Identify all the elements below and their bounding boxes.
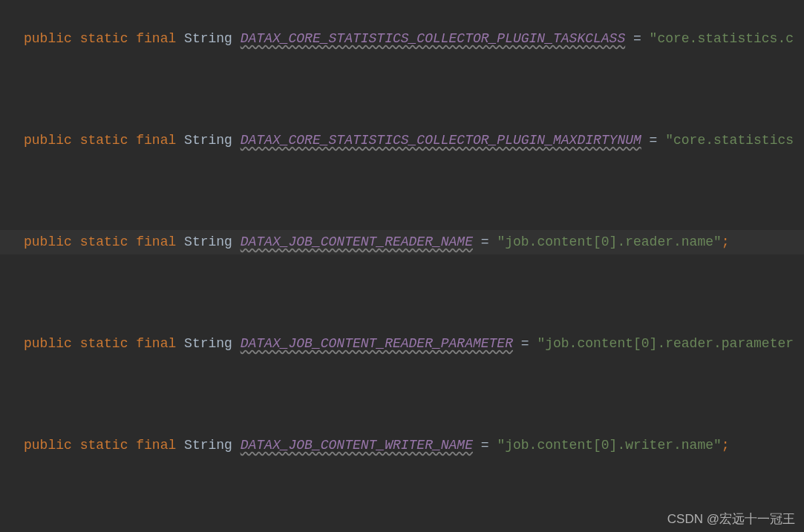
code-line[interactable]: public static final String DATAX_CORE_ST… <box>0 128 804 153</box>
type-string: String <box>184 439 232 452</box>
equals: = <box>641 134 665 147</box>
blank-line[interactable] <box>0 281 804 306</box>
keyword-final: final <box>136 32 176 45</box>
keyword-public: public <box>24 439 72 452</box>
string-value: "job.content[0].reader.name" <box>497 235 721 249</box>
type-string: String <box>184 134 232 147</box>
keyword-final: final <box>136 439 176 452</box>
string-value: "core.statistics <box>665 134 794 147</box>
keyword-public: public <box>24 134 72 147</box>
keyword-static: static <box>80 235 128 249</box>
keyword-final: final <box>136 235 176 249</box>
blank-line[interactable] <box>0 180 804 204</box>
blank-line[interactable] <box>0 78 804 102</box>
semicolon: ; <box>722 439 730 452</box>
string-value: "job.content[0].writer.name" <box>497 439 721 452</box>
constant-name: DATAX_CORE_STATISTICS_COLLECTOR_PLUGIN_T… <box>241 32 625 45</box>
equals: = <box>625 32 649 45</box>
type-string: String <box>184 235 232 249</box>
keyword-public: public <box>24 32 72 45</box>
keyword-final: final <box>136 134 176 147</box>
semicolon: ; <box>722 235 730 249</box>
keyword-final: final <box>136 337 176 350</box>
keyword-static: static <box>80 337 128 350</box>
equals: = <box>473 235 497 249</box>
keyword-static: static <box>80 134 128 147</box>
blank-line[interactable] <box>0 383 804 407</box>
watermark: CSDN @宏远十一冠王 <box>667 510 795 528</box>
equals: = <box>513 337 537 350</box>
constant-name: DATAX_JOB_CONTENT_READER_PARAMETER <box>241 337 513 350</box>
code-editor[interactable]: public static final String DATAX_CORE_ST… <box>0 0 804 532</box>
constant-name: DATAX_JOB_CONTENT_READER_NAME <box>241 235 473 249</box>
blank-line[interactable] <box>0 485 804 509</box>
keyword-static: static <box>80 32 128 45</box>
equals: = <box>473 439 497 452</box>
type-string: String <box>184 337 232 350</box>
code-line-highlighted[interactable]: public static final String DATAX_JOB_CON… <box>0 230 804 254</box>
keyword-public: public <box>24 235 72 249</box>
code-line[interactable]: public static final String DATAX_JOB_CON… <box>0 332 804 356</box>
constant-name: DATAX_CORE_STATISTICS_COLLECTOR_PLUGIN_M… <box>241 134 641 147</box>
code-line[interactable]: public static final String DATAX_JOB_CON… <box>0 433 804 458</box>
keyword-public: public <box>24 337 72 350</box>
keyword-static: static <box>80 439 128 452</box>
code-line[interactable]: public static final String DATAX_CORE_ST… <box>0 27 804 51</box>
type-string: String <box>184 32 232 45</box>
constant-name: DATAX_JOB_CONTENT_WRITER_NAME <box>241 439 473 452</box>
string-value: "core.statistics.c <box>650 32 794 45</box>
string-value: "job.content[0].reader.parameter <box>537 337 794 350</box>
